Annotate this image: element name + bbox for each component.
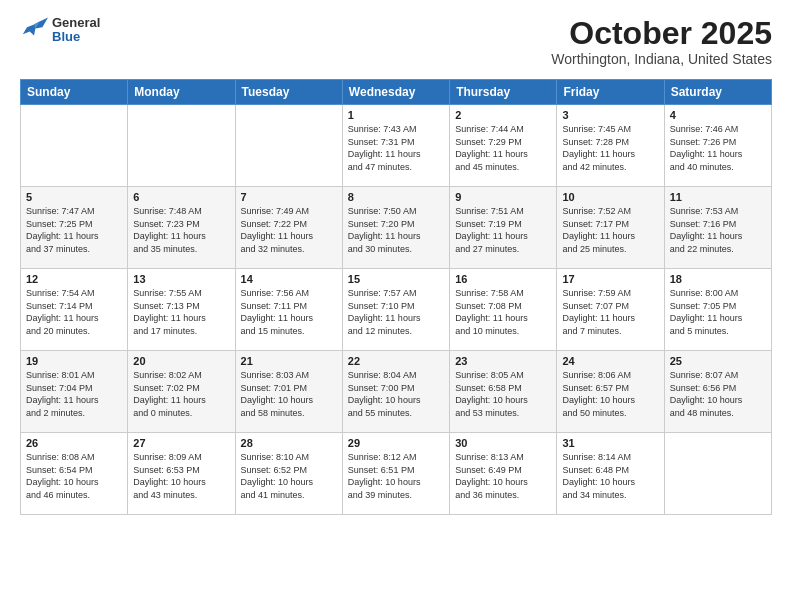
- day-number: 24: [562, 355, 658, 367]
- table-row: 12Sunrise: 7:54 AMSunset: 7:14 PMDayligh…: [21, 269, 128, 351]
- calendar-week-row: 26Sunrise: 8:08 AMSunset: 6:54 PMDayligh…: [21, 433, 772, 515]
- day-number: 7: [241, 191, 337, 203]
- day-number: 11: [670, 191, 766, 203]
- page: General Blue October 2025 Worthington, I…: [0, 0, 792, 612]
- day-info: Sunrise: 8:12 AMSunset: 6:51 PMDaylight:…: [348, 451, 444, 501]
- logo-icon: [20, 16, 48, 44]
- title-block: October 2025 Worthington, Indiana, Unite…: [551, 16, 772, 67]
- day-number: 9: [455, 191, 551, 203]
- table-row: 14Sunrise: 7:56 AMSunset: 7:11 PMDayligh…: [235, 269, 342, 351]
- table-row: 5Sunrise: 7:47 AMSunset: 7:25 PMDaylight…: [21, 187, 128, 269]
- day-info: Sunrise: 7:52 AMSunset: 7:17 PMDaylight:…: [562, 205, 658, 255]
- day-info: Sunrise: 8:09 AMSunset: 6:53 PMDaylight:…: [133, 451, 229, 501]
- month-title: October 2025: [551, 16, 772, 51]
- day-number: 10: [562, 191, 658, 203]
- col-thursday: Thursday: [450, 80, 557, 105]
- day-info: Sunrise: 8:10 AMSunset: 6:52 PMDaylight:…: [241, 451, 337, 501]
- day-number: 13: [133, 273, 229, 285]
- day-info: Sunrise: 7:47 AMSunset: 7:25 PMDaylight:…: [26, 205, 122, 255]
- col-sunday: Sunday: [21, 80, 128, 105]
- day-info: Sunrise: 7:48 AMSunset: 7:23 PMDaylight:…: [133, 205, 229, 255]
- day-info: Sunrise: 8:02 AMSunset: 7:02 PMDaylight:…: [133, 369, 229, 419]
- day-info: Sunrise: 8:04 AMSunset: 7:00 PMDaylight:…: [348, 369, 444, 419]
- day-info: Sunrise: 7:44 AMSunset: 7:29 PMDaylight:…: [455, 123, 551, 173]
- day-info: Sunrise: 7:58 AMSunset: 7:08 PMDaylight:…: [455, 287, 551, 337]
- day-number: 31: [562, 437, 658, 449]
- table-row: 3Sunrise: 7:45 AMSunset: 7:28 PMDaylight…: [557, 105, 664, 187]
- day-number: 2: [455, 109, 551, 121]
- day-number: 16: [455, 273, 551, 285]
- day-info: Sunrise: 8:13 AMSunset: 6:49 PMDaylight:…: [455, 451, 551, 501]
- day-number: 27: [133, 437, 229, 449]
- day-number: 15: [348, 273, 444, 285]
- table-row: 17Sunrise: 7:59 AMSunset: 7:07 PMDayligh…: [557, 269, 664, 351]
- table-row: 9Sunrise: 7:51 AMSunset: 7:19 PMDaylight…: [450, 187, 557, 269]
- day-info: Sunrise: 8:14 AMSunset: 6:48 PMDaylight:…: [562, 451, 658, 501]
- day-number: 28: [241, 437, 337, 449]
- day-number: 12: [26, 273, 122, 285]
- table-row: 2Sunrise: 7:44 AMSunset: 7:29 PMDaylight…: [450, 105, 557, 187]
- day-info: Sunrise: 8:08 AMSunset: 6:54 PMDaylight:…: [26, 451, 122, 501]
- day-info: Sunrise: 7:57 AMSunset: 7:10 PMDaylight:…: [348, 287, 444, 337]
- table-row: 22Sunrise: 8:04 AMSunset: 7:00 PMDayligh…: [342, 351, 449, 433]
- calendar-week-row: 1Sunrise: 7:43 AMSunset: 7:31 PMDaylight…: [21, 105, 772, 187]
- day-info: Sunrise: 7:46 AMSunset: 7:26 PMDaylight:…: [670, 123, 766, 173]
- col-friday: Friday: [557, 80, 664, 105]
- table-row: 15Sunrise: 7:57 AMSunset: 7:10 PMDayligh…: [342, 269, 449, 351]
- day-number: 3: [562, 109, 658, 121]
- table-row: 10Sunrise: 7:52 AMSunset: 7:17 PMDayligh…: [557, 187, 664, 269]
- table-row: 6Sunrise: 7:48 AMSunset: 7:23 PMDaylight…: [128, 187, 235, 269]
- day-number: 8: [348, 191, 444, 203]
- table-row: [21, 105, 128, 187]
- table-row: 19Sunrise: 8:01 AMSunset: 7:04 PMDayligh…: [21, 351, 128, 433]
- day-info: Sunrise: 7:53 AMSunset: 7:16 PMDaylight:…: [670, 205, 766, 255]
- calendar-week-row: 5Sunrise: 7:47 AMSunset: 7:25 PMDaylight…: [21, 187, 772, 269]
- day-info: Sunrise: 8:00 AMSunset: 7:05 PMDaylight:…: [670, 287, 766, 337]
- table-row: [235, 105, 342, 187]
- day-number: 1: [348, 109, 444, 121]
- day-info: Sunrise: 7:59 AMSunset: 7:07 PMDaylight:…: [562, 287, 658, 337]
- table-row: 29Sunrise: 8:12 AMSunset: 6:51 PMDayligh…: [342, 433, 449, 515]
- calendar-week-row: 12Sunrise: 7:54 AMSunset: 7:14 PMDayligh…: [21, 269, 772, 351]
- table-row: 30Sunrise: 8:13 AMSunset: 6:49 PMDayligh…: [450, 433, 557, 515]
- col-wednesday: Wednesday: [342, 80, 449, 105]
- day-number: 5: [26, 191, 122, 203]
- table-row: 13Sunrise: 7:55 AMSunset: 7:13 PMDayligh…: [128, 269, 235, 351]
- day-number: 29: [348, 437, 444, 449]
- col-saturday: Saturday: [664, 80, 771, 105]
- day-info: Sunrise: 8:03 AMSunset: 7:01 PMDaylight:…: [241, 369, 337, 419]
- day-number: 26: [26, 437, 122, 449]
- logo-text: General Blue: [52, 16, 100, 45]
- table-row: 4Sunrise: 7:46 AMSunset: 7:26 PMDaylight…: [664, 105, 771, 187]
- table-row: 27Sunrise: 8:09 AMSunset: 6:53 PMDayligh…: [128, 433, 235, 515]
- table-row: [664, 433, 771, 515]
- day-info: Sunrise: 8:06 AMSunset: 6:57 PMDaylight:…: [562, 369, 658, 419]
- day-info: Sunrise: 8:01 AMSunset: 7:04 PMDaylight:…: [26, 369, 122, 419]
- day-info: Sunrise: 7:51 AMSunset: 7:19 PMDaylight:…: [455, 205, 551, 255]
- calendar-header-row: Sunday Monday Tuesday Wednesday Thursday…: [21, 80, 772, 105]
- day-number: 23: [455, 355, 551, 367]
- table-row: 18Sunrise: 8:00 AMSunset: 7:05 PMDayligh…: [664, 269, 771, 351]
- day-info: Sunrise: 7:45 AMSunset: 7:28 PMDaylight:…: [562, 123, 658, 173]
- day-number: 18: [670, 273, 766, 285]
- table-row: 1Sunrise: 7:43 AMSunset: 7:31 PMDaylight…: [342, 105, 449, 187]
- day-info: Sunrise: 8:07 AMSunset: 6:56 PMDaylight:…: [670, 369, 766, 419]
- table-row: 8Sunrise: 7:50 AMSunset: 7:20 PMDaylight…: [342, 187, 449, 269]
- table-row: 16Sunrise: 7:58 AMSunset: 7:08 PMDayligh…: [450, 269, 557, 351]
- header: General Blue October 2025 Worthington, I…: [20, 16, 772, 67]
- day-number: 22: [348, 355, 444, 367]
- day-info: Sunrise: 7:43 AMSunset: 7:31 PMDaylight:…: [348, 123, 444, 173]
- location: Worthington, Indiana, United States: [551, 51, 772, 67]
- day-number: 25: [670, 355, 766, 367]
- day-info: Sunrise: 8:05 AMSunset: 6:58 PMDaylight:…: [455, 369, 551, 419]
- logo: General Blue: [20, 16, 100, 45]
- logo-blue: Blue: [52, 30, 100, 44]
- table-row: 7Sunrise: 7:49 AMSunset: 7:22 PMDaylight…: [235, 187, 342, 269]
- day-info: Sunrise: 7:49 AMSunset: 7:22 PMDaylight:…: [241, 205, 337, 255]
- col-monday: Monday: [128, 80, 235, 105]
- day-info: Sunrise: 7:50 AMSunset: 7:20 PMDaylight:…: [348, 205, 444, 255]
- table-row: 21Sunrise: 8:03 AMSunset: 7:01 PMDayligh…: [235, 351, 342, 433]
- day-number: 19: [26, 355, 122, 367]
- day-number: 6: [133, 191, 229, 203]
- day-info: Sunrise: 7:56 AMSunset: 7:11 PMDaylight:…: [241, 287, 337, 337]
